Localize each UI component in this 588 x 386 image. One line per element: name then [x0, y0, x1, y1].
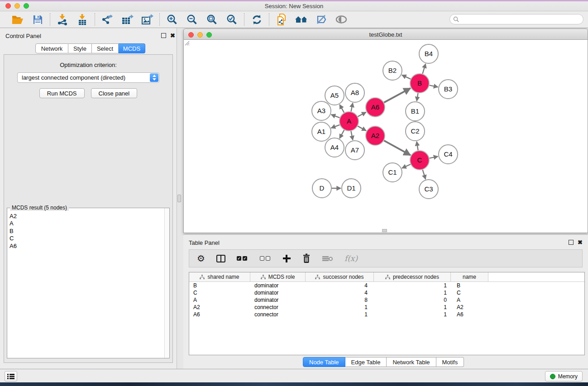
table-row[interactable]: Bdominator41B: [189, 282, 584, 289]
deselect-all-button[interactable]: [260, 256, 272, 261]
zoom-selected-icon: [226, 14, 237, 25]
graph-edge-B-B3[interactable]: [430, 85, 438, 87]
table-options-button[interactable]: ⚙: [197, 254, 205, 263]
graph-edge-A-A6[interactable]: [358, 112, 366, 117]
graph-edge-A-A3[interactable]: [331, 114, 340, 118]
optimization-criterion-select[interactable]: largest connected component (directed): [17, 72, 159, 83]
graph-node-label: B3: [444, 85, 452, 93]
delete-table-button[interactable]: [322, 255, 333, 262]
table-row[interactable]: Cdominator41C: [189, 289, 584, 296]
float-panel-icon[interactable]: [161, 33, 166, 38]
new-session-icon: [276, 14, 287, 26]
show-all-networks-button[interactable]: [294, 13, 309, 26]
export-table-button[interactable]: [120, 13, 135, 26]
graph-edge-B-B4[interactable]: [422, 64, 425, 74]
function-builder-button[interactable]: f(x): [344, 254, 358, 263]
zoom-selected-button[interactable]: [224, 13, 239, 26]
graph-edge-A-A8[interactable]: [351, 103, 353, 112]
graph-node-label: C: [417, 156, 422, 164]
tab-node-table[interactable]: Node Table: [303, 357, 345, 367]
table-close-panel-icon[interactable]: ✖: [578, 239, 583, 246]
graph-edge-A-A1[interactable]: [331, 125, 340, 128]
graph-edge-C-C4[interactable]: [430, 157, 438, 158]
column-label: name: [463, 274, 476, 280]
table-cell: A2: [189, 304, 250, 311]
delete-columns-button[interactable]: [302, 253, 311, 263]
mcds-result-item[interactable]: A: [10, 220, 162, 227]
new-session-button[interactable]: [274, 13, 289, 26]
import-network-button[interactable]: [55, 13, 70, 26]
search-input[interactable]: [461, 15, 583, 24]
memory-button[interactable]: Memory: [545, 371, 583, 381]
toolbar-search[interactable]: [449, 14, 583, 24]
table-float-panel-icon[interactable]: [569, 240, 574, 245]
run-mcds-button[interactable]: Run MCDS: [39, 88, 85, 98]
table-row[interactable]: Adominator80A: [189, 296, 584, 304]
close-panel-icon[interactable]: ✖: [170, 32, 175, 39]
network-window-titlebar[interactable]: testGlobe.txt: [183, 29, 588, 40]
show-column-button[interactable]: [216, 255, 225, 262]
column-header-shared-name[interactable]: shared name: [189, 272, 250, 281]
result-scrollbar[interactable]: [164, 208, 169, 358]
column-header-name[interactable]: name: [451, 272, 488, 281]
resize-grip-icon[interactable]: [184, 40, 190, 46]
graph-edge-B-B1[interactable]: [417, 93, 418, 101]
graph-edge-A-A2[interactable]: [358, 126, 366, 131]
optimization-criterion-label: Optimization criterion:: [4, 62, 172, 68]
tab-edge-table[interactable]: Edge Table: [345, 357, 387, 367]
show-task-history-button[interactable]: [5, 371, 17, 381]
import-table-icon: [77, 14, 88, 25]
mcds-result-title: MCDS result (5 nodes): [10, 205, 69, 211]
graph-edge-C-C2[interactable]: [417, 142, 418, 151]
import-table-button[interactable]: [75, 13, 90, 26]
column-header-mcds-role[interactable]: MCDS role: [250, 272, 306, 281]
export-image-button[interactable]: [139, 13, 155, 26]
export-network-button[interactable]: [100, 13, 115, 26]
show-graphics-details-button[interactable]: [334, 13, 349, 26]
mcds-result-item[interactable]: C: [10, 235, 162, 242]
graph-node-label: B1: [411, 107, 419, 115]
tab-network-table[interactable]: Network Table: [387, 357, 436, 367]
tab-mcds[interactable]: MCDS: [119, 43, 145, 53]
graph-edge-A-A5[interactable]: [339, 105, 344, 113]
open-session-button[interactable]: [10, 13, 25, 26]
graph-edge-A6-B[interactable]: [384, 88, 410, 103]
table-cell: A2: [451, 304, 488, 311]
graph-edge-A-A4[interactable]: [339, 130, 344, 138]
window-top-accent: [0, 0, 588, 1]
graph-edge-C-C1[interactable]: [402, 164, 411, 168]
graph-edge-A2-C[interactable]: [384, 141, 411, 155]
zoom-fit-button[interactable]: [204, 13, 220, 26]
graph-node-label: B: [417, 79, 422, 87]
create-column-button[interactable]: [283, 255, 291, 262]
network-canvas[interactable]: B4B2BB3A5A8A6A3B1AA1C2A2A4A7C4CC1C3DD1: [183, 40, 588, 233]
close-panel-button[interactable]: Close panel: [91, 88, 138, 98]
mcds-result-item[interactable]: A6: [10, 243, 162, 250]
table-row[interactable]: A2connector11A2: [189, 304, 584, 311]
tab-style[interactable]: Style: [68, 43, 92, 53]
import-network-icon: [57, 14, 68, 25]
splitter-handle[interactable]: [177, 195, 181, 202]
tab-motifs[interactable]: Motifs: [436, 357, 464, 367]
save-session-button[interactable]: [30, 13, 45, 26]
graph-edge-A-A7[interactable]: [351, 131, 353, 140]
mcds-result-item[interactable]: B: [10, 228, 162, 235]
column-type-icon: [385, 275, 390, 280]
fx-icon: f(x): [344, 254, 358, 263]
refresh-layout-button[interactable]: [249, 13, 264, 26]
mcds-result-item[interactable]: A2: [10, 213, 162, 220]
zoom-out-button[interactable]: [184, 13, 200, 26]
horizontal-scrollbar-thumb[interactable]: [382, 229, 387, 232]
zoom-in-button[interactable]: [164, 13, 180, 26]
column-header-successor-nodes[interactable]: successor nodes: [306, 272, 374, 281]
graph-edge-B-B2[interactable]: [402, 75, 411, 79]
tab-network[interactable]: Network: [35, 43, 68, 53]
window-title: Session: New Session: [0, 3, 588, 10]
tab-select[interactable]: Select: [92, 43, 119, 53]
select-all-button[interactable]: ✓✓: [237, 256, 249, 261]
graph-node-label: C4: [444, 150, 452, 158]
hide-labels-button[interactable]: [314, 13, 329, 26]
table-row[interactable]: A6connector11A6: [189, 311, 584, 318]
column-header-predecessor-nodes[interactable]: predecessor nodes: [374, 272, 451, 281]
graph-edge-C-C3[interactable]: [423, 170, 426, 179]
